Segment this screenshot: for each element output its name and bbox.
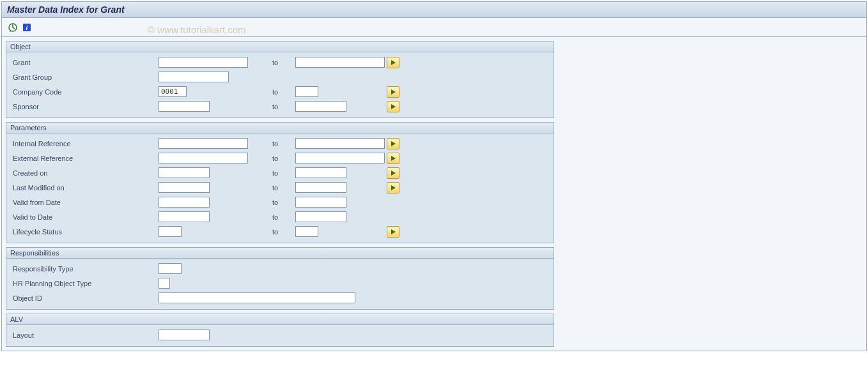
to-label: to (272, 184, 278, 192)
internal-ref-more-button[interactable] (387, 138, 399, 149)
last-modified-to-input[interactable] (295, 182, 346, 193)
page-title: Master Data Index for Grant (2, 2, 866, 18)
internal-ref-from-input[interactable] (159, 138, 248, 149)
label-grant-group: Grant Group (13, 73, 159, 81)
valid-to-to-input[interactable] (295, 211, 346, 222)
label-external-ref: External Reference (13, 155, 159, 162)
internal-ref-to-input[interactable] (295, 138, 385, 149)
label-resp-type: Responsibility Type (13, 265, 159, 273)
last-modified-more-button[interactable] (387, 182, 399, 194)
arrow-right-icon (391, 141, 396, 146)
last-modified-from-input[interactable] (159, 182, 210, 193)
label-layout: Layout (13, 331, 159, 339)
created-on-from-input[interactable] (159, 167, 210, 178)
sponsor-more-button[interactable] (387, 101, 399, 112)
content-area: Object Grant to Grant Group Company Code… (2, 37, 866, 351)
to-label: to (272, 199, 278, 206)
label-created-on: Created on (13, 169, 159, 177)
toolbar: i © www.tutorialkart.com (2, 18, 866, 37)
grant-group-input[interactable] (159, 72, 229, 82)
label-grant: Grant (13, 59, 159, 66)
to-label: to (272, 155, 278, 162)
grant-to-input[interactable] (295, 57, 385, 68)
created-on-to-input[interactable] (295, 167, 346, 178)
group-alv: ALV Layout (6, 314, 554, 347)
info-icon[interactable]: i (21, 22, 33, 33)
label-lifecycle: Lifecycle Status (13, 228, 159, 236)
to-label: to (272, 228, 278, 236)
to-label: to (272, 59, 278, 66)
grant-more-button[interactable] (387, 57, 399, 68)
sponsor-to-input[interactable] (295, 101, 346, 112)
valid-from-to-input[interactable] (295, 197, 346, 208)
label-hr-planning: HR Planning Object Type (13, 280, 159, 287)
arrow-right-icon (391, 156, 396, 161)
valid-from-from-input[interactable] (159, 197, 210, 208)
company-code-to-input[interactable] (295, 86, 318, 97)
lifecycle-from-input[interactable] (159, 226, 182, 237)
resp-type-input[interactable] (159, 263, 182, 274)
external-ref-from-input[interactable] (159, 153, 248, 163)
label-object-id: Object ID (13, 294, 159, 302)
arrow-right-icon (391, 171, 396, 176)
arrow-right-icon (391, 60, 396, 65)
external-ref-to-input[interactable] (295, 153, 385, 163)
created-on-more-button[interactable] (387, 167, 399, 179)
label-last-modified: Last Modified on (13, 184, 159, 192)
group-header-alv: ALV (6, 314, 554, 325)
company-code-more-button[interactable] (387, 86, 399, 98)
group-responsibilities: Responsibilities Responsibility Type HR … (6, 247, 554, 310)
layout-input[interactable] (159, 330, 210, 340)
to-label: to (272, 103, 278, 110)
arrow-right-icon (391, 104, 396, 109)
execute-icon[interactable] (7, 22, 19, 33)
label-company-code: Company Code (13, 88, 159, 96)
to-label: to (272, 88, 278, 96)
to-label: to (272, 213, 278, 221)
to-label: to (272, 140, 278, 148)
svg-text:i: i (26, 24, 28, 31)
label-sponsor: Sponsor (13, 103, 159, 110)
main-panel: Master Data Index for Grant i © www.tuto… (1, 1, 867, 351)
company-code-from-input[interactable] (159, 86, 187, 97)
watermark-text: © www.tutorialkart.com (148, 24, 246, 35)
external-ref-more-button[interactable] (387, 153, 399, 164)
label-internal-ref: Internal Reference (13, 140, 159, 148)
lifecycle-to-input[interactable] (295, 226, 318, 237)
to-label: to (272, 169, 278, 177)
group-header-parameters: Parameters (6, 123, 554, 133)
valid-to-from-input[interactable] (159, 211, 210, 222)
object-id-input[interactable] (159, 292, 355, 303)
sponsor-from-input[interactable] (159, 101, 210, 112)
grant-from-input[interactable] (159, 57, 248, 68)
group-header-responsibilities: Responsibilities (6, 248, 554, 259)
group-object: Object Grant to Grant Group Company Code… (6, 41, 554, 118)
hr-planning-input[interactable] (159, 278, 170, 289)
label-valid-to: Valid to Date (13, 213, 159, 221)
arrow-right-icon (391, 89, 396, 95)
lifecycle-more-button[interactable] (387, 226, 399, 238)
arrow-right-icon (391, 185, 396, 190)
group-parameters: Parameters Internal Reference to Externa… (6, 122, 554, 243)
arrow-right-icon (391, 229, 396, 234)
group-header-object: Object (6, 42, 554, 52)
label-valid-from: Valid from Date (13, 199, 159, 206)
